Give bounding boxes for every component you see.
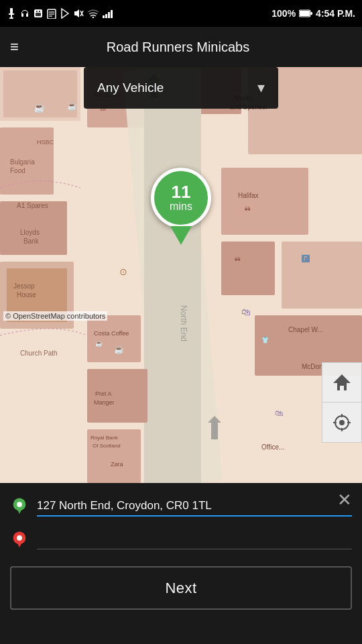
svg-marker-81 xyxy=(333,374,351,390)
vehicle-dropdown-container[interactable]: Any Vehicle ▾ xyxy=(84,67,278,109)
svg-text:⊙: ⊙ xyxy=(119,266,127,277)
svg-text:Pret A: Pret A xyxy=(95,390,112,397)
svg-text:🕶: 🕶 xyxy=(235,256,241,263)
svg-text:☕: ☕ xyxy=(67,101,77,111)
svg-marker-12 xyxy=(62,9,68,18)
svg-rect-3 xyxy=(9,17,13,19)
svg-rect-7 xyxy=(39,11,40,12)
svg-rect-5 xyxy=(36,13,41,16)
svg-text:Zara: Zara xyxy=(111,461,123,468)
svg-text:HSBC: HSBC xyxy=(37,139,54,146)
svg-rect-6 xyxy=(36,11,38,12)
bottom-panel: ✕ Next xyxy=(0,483,362,644)
status-bar: 100% 4:54 P.M. xyxy=(0,0,362,27)
location-icon xyxy=(332,413,352,433)
svg-rect-53 xyxy=(282,241,362,309)
svg-point-15 xyxy=(93,17,94,18)
svg-text:☕: ☕ xyxy=(95,339,103,347)
svg-rect-49 xyxy=(144,67,201,483)
headphone-icon xyxy=(19,8,30,19)
map-marker: 11 mins xyxy=(151,168,211,245)
usb-icon xyxy=(7,8,16,19)
vehicle-dropdown-label: Any Vehicle xyxy=(97,80,164,95)
svg-marker-89 xyxy=(16,508,22,514)
destination-input[interactable] xyxy=(37,530,352,549)
svg-rect-52 xyxy=(221,241,275,295)
home-icon xyxy=(332,372,352,392)
svg-text:Office...: Office... xyxy=(261,443,284,451)
top-bar: ≡ Road Runners Minicabs xyxy=(0,27,362,67)
pin-circle: 11 mins xyxy=(151,168,211,228)
svg-rect-18 xyxy=(310,12,312,15)
svg-text:Bulgaria: Bulgaria xyxy=(10,158,35,166)
vehicle-dropdown[interactable]: Any Vehicle ▾ xyxy=(84,67,278,109)
svg-rect-63 xyxy=(87,315,141,362)
svg-marker-92 xyxy=(16,541,22,547)
status-bar-right: 100% 4:54 P.M. xyxy=(272,8,355,19)
chevron-down-icon: ▾ xyxy=(257,79,265,97)
svg-text:Lloyds: Lloyds xyxy=(20,229,40,236)
map-attribution: © OpenStreetMap contributors xyxy=(3,311,107,321)
app-title: Road Runners Minicabs xyxy=(32,40,324,55)
svg-rect-17 xyxy=(300,11,310,16)
signal-icon xyxy=(103,9,113,18)
svg-text:🕶: 🕶 xyxy=(245,206,251,213)
svg-text:Royal Bank: Royal Bank xyxy=(90,435,119,441)
svg-text:🛍: 🛍 xyxy=(275,409,283,418)
svg-text:☕: ☕ xyxy=(34,102,46,113)
origin-input[interactable] xyxy=(37,496,352,517)
svg-text:🛍: 🛍 xyxy=(241,307,251,317)
close-button[interactable]: ✕ xyxy=(337,490,352,511)
origin-row xyxy=(10,490,352,523)
svg-text:Church Path: Church Path xyxy=(20,350,58,357)
destination-pin-icon xyxy=(10,531,29,549)
svg-text:A1 Spares: A1 Spares xyxy=(17,202,48,209)
svg-rect-0 xyxy=(10,8,13,13)
battery-percentage: 100% xyxy=(272,8,296,19)
svg-text:Food: Food xyxy=(10,167,25,174)
mute-icon xyxy=(73,8,84,19)
svg-text:House: House xyxy=(17,291,36,299)
sim-icon xyxy=(34,8,43,19)
svg-point-93 xyxy=(17,535,22,541)
svg-text:☕: ☕ xyxy=(114,344,124,354)
svg-rect-1 xyxy=(9,13,14,15)
svg-text:Bank: Bank xyxy=(23,237,40,245)
destination-row xyxy=(10,523,352,556)
pin-minutes: 11 xyxy=(172,183,191,201)
svg-rect-2 xyxy=(11,15,12,17)
svg-rect-51 xyxy=(221,168,308,235)
svg-text:Manger: Manger xyxy=(94,399,115,406)
map-svg: Bulgaria Food HSBC Lloyds Bank A1 Spares… xyxy=(0,67,362,483)
status-bar-icons xyxy=(7,8,113,19)
battery-icon xyxy=(299,9,312,17)
next-button[interactable]: Next xyxy=(10,566,352,610)
wifi-icon xyxy=(87,9,99,18)
clock: 4:54 P.M. xyxy=(316,8,355,19)
location-button[interactable] xyxy=(322,402,362,443)
svg-text:North End: North End xyxy=(179,305,188,341)
svg-text:Of Scotland: Of Scotland xyxy=(93,443,121,449)
home-button[interactable] xyxy=(322,362,362,402)
svg-text:Costa Coffee: Costa Coffee xyxy=(94,330,129,337)
svg-rect-23 xyxy=(0,201,67,255)
svg-point-83 xyxy=(339,420,345,425)
pin-label: mins xyxy=(170,201,192,213)
pin-tail xyxy=(170,226,192,245)
svg-point-90 xyxy=(17,502,22,507)
reading-icon xyxy=(46,8,57,19)
svg-text:🅿: 🅿 xyxy=(302,254,310,264)
svg-text:Halifax: Halifax xyxy=(238,192,259,199)
map-area[interactable]: Bulgaria Food HSBC Lloyds Bank A1 Spares… xyxy=(0,67,362,483)
menu-button[interactable]: ≡ xyxy=(10,38,19,56)
play-icon xyxy=(60,8,70,19)
svg-text:Chapel W...: Chapel W... xyxy=(288,326,323,333)
origin-pin-icon xyxy=(10,497,29,516)
svg-text:Jessop: Jessop xyxy=(13,282,35,290)
svg-text:👕: 👕 xyxy=(261,336,269,344)
